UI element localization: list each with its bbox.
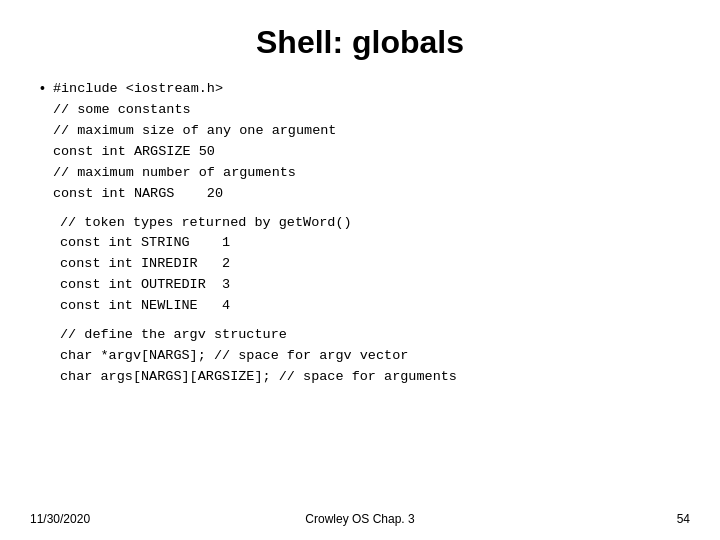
slide: Shell: globals • #include <iostream.h> /… <box>0 0 720 540</box>
footer-date: 11/30/2020 <box>30 512 90 526</box>
footer-right-number: 54 <box>677 512 690 526</box>
code-block-2-wrapper: // token types returned by getWord() con… <box>60 213 680 318</box>
slide-title: Shell: globals <box>40 24 680 61</box>
slide-content: • #include <iostream.h> // some constant… <box>40 79 680 388</box>
bullet-dot: • <box>40 80 45 96</box>
code-block-1: #include <iostream.h> // some constants … <box>53 79 337 205</box>
code-block-2: // token types returned by getWord() con… <box>60 213 680 318</box>
code-block-3-wrapper: // define the argv structure char *argv[… <box>60 325 680 388</box>
bullet-item-1: • #include <iostream.h> // some constant… <box>40 79 680 205</box>
code-block-3: // define the argv structure char *argv[… <box>60 325 680 388</box>
footer-center-text: Crowley OS Chap. 3 <box>305 512 414 526</box>
